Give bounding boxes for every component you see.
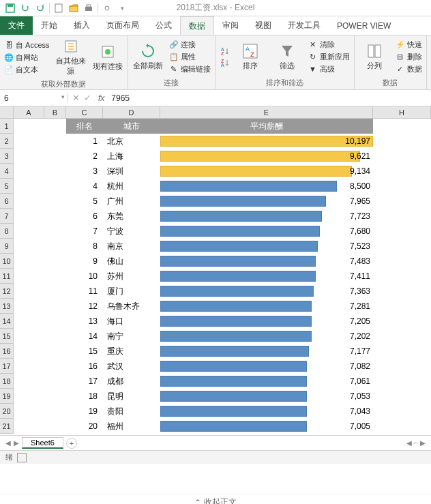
table-row[interactable]: 14 南宁 7,202 bbox=[14, 329, 431, 344]
scroll-right-icon[interactable]: ▶ bbox=[420, 439, 426, 447]
row-header[interactable]: 15 bbox=[0, 329, 14, 344]
table-row[interactable]: 3 深圳 9,134 bbox=[14, 164, 431, 179]
table-row[interactable]: 18 昆明 7,053 bbox=[14, 389, 431, 404]
row-header[interactable]: 11 bbox=[0, 269, 14, 284]
sort-desc-button[interactable]: ZA bbox=[218, 57, 231, 68]
row-header[interactable]: 19 bbox=[0, 389, 14, 404]
col-header[interactable]: H bbox=[373, 106, 431, 118]
row-header[interactable]: 14 bbox=[0, 314, 14, 329]
table-row[interactable]: 13 海口 7,205 bbox=[14, 314, 431, 329]
row-header[interactable]: 6 bbox=[0, 194, 14, 209]
row-header[interactable]: 1 bbox=[0, 119, 14, 134]
table-row[interactable]: 10 苏州 7,411 bbox=[14, 269, 431, 284]
data-validation-button[interactable]: ✓数据 bbox=[394, 63, 423, 75]
sort-asc-button[interactable]: AZ bbox=[218, 46, 231, 57]
row-header[interactable]: 12 bbox=[0, 284, 14, 299]
table-row[interactable]: 7 宁波 7,680 bbox=[14, 224, 431, 239]
from-text-button[interactable]: 📄自文本 bbox=[3, 64, 51, 76]
table-row[interactable]: 4 杭州 8,500 bbox=[14, 179, 431, 194]
cancel-formula-icon[interactable]: ✕ bbox=[72, 93, 80, 103]
row-header[interactable]: 5 bbox=[0, 179, 14, 194]
col-header[interactable]: D bbox=[103, 106, 160, 118]
properties-button[interactable]: 📋属性 bbox=[168, 51, 212, 63]
row-header[interactable]: 10 bbox=[0, 254, 14, 269]
tab-powerview[interactable]: POWER VIEW bbox=[329, 16, 399, 35]
filter-button[interactable]: 筛选 bbox=[270, 42, 304, 72]
from-access-button[interactable]: 🗄自 Access bbox=[3, 40, 51, 51]
connections-button[interactable]: 🔗连接 bbox=[168, 39, 212, 50]
row-header[interactable]: 8 bbox=[0, 224, 14, 239]
more-icon[interactable]: ▾ bbox=[115, 1, 129, 15]
existing-conn-button[interactable]: 现有连接 bbox=[91, 42, 125, 73]
tab-review[interactable]: 审阅 bbox=[214, 16, 247, 35]
tab-dev[interactable]: 开发工具 bbox=[280, 16, 329, 35]
accept-formula-icon[interactable]: ✓ bbox=[84, 93, 91, 103]
select-all-corner[interactable] bbox=[0, 106, 14, 118]
cells[interactable]: 排名 城市 平均薪酬 1 北京 10,197 2 上海 9,621 3 深圳 9… bbox=[14, 119, 431, 434]
table-row[interactable]: 19 贵阳 7,043 bbox=[14, 404, 431, 419]
table-row[interactable]: 16 武汉 7,082 bbox=[14, 359, 431, 374]
new-icon[interactable] bbox=[52, 1, 65, 15]
quickprint-icon[interactable] bbox=[82, 1, 95, 15]
col-header[interactable]: B bbox=[44, 106, 66, 118]
row-header[interactable]: 20 bbox=[0, 404, 14, 419]
col-header[interactable]: E bbox=[160, 106, 373, 118]
sheet-tab[interactable]: Sheet6 bbox=[22, 437, 63, 449]
table-row[interactable]: 15 重庆 7,177 bbox=[14, 344, 431, 359]
row-header[interactable]: 18 bbox=[0, 374, 14, 389]
remove-dup-button[interactable]: ⊟删除 bbox=[394, 51, 423, 63]
redo-icon[interactable] bbox=[33, 1, 47, 15]
row-header[interactable]: 21 bbox=[0, 419, 14, 434]
flash-fill-button[interactable]: ⚡快速 bbox=[394, 39, 423, 50]
table-row[interactable]: 2 上海 9,621 bbox=[14, 149, 431, 164]
table-row[interactable]: 9 佛山 7,483 bbox=[14, 254, 431, 269]
touch-mode-icon[interactable] bbox=[100, 1, 114, 15]
add-sheet-button[interactable]: + bbox=[66, 438, 77, 449]
from-other-button[interactable]: 自其他来源 bbox=[54, 37, 88, 78]
fx-icon[interactable]: fx bbox=[95, 93, 107, 103]
table-row[interactable]: 5 广州 7,965 bbox=[14, 194, 431, 209]
reapply-button[interactable]: ↻重新应用 bbox=[307, 51, 351, 63]
row-header[interactable]: 16 bbox=[0, 344, 14, 359]
sheet-nav-prev-icon[interactable]: ◀ bbox=[5, 439, 11, 447]
scroll-left-icon[interactable]: ◀ bbox=[406, 439, 412, 447]
row-header[interactable]: 7 bbox=[0, 209, 14, 224]
refresh-all-button[interactable]: 全部刷新 bbox=[131, 42, 165, 72]
clear-filter-button[interactable]: ✕清除 bbox=[307, 39, 351, 50]
tab-view[interactable]: 视图 bbox=[247, 16, 280, 35]
sheet-nav-next-icon[interactable]: ▶ bbox=[14, 439, 19, 447]
footer-bar[interactable]: ⌃ 收起正文 bbox=[0, 494, 431, 504]
macro-record-icon[interactable] bbox=[17, 453, 27, 462]
table-row[interactable]: 12 乌鲁木齐 7,281 bbox=[14, 299, 431, 314]
row-header[interactable]: 4 bbox=[0, 164, 14, 179]
tab-insert[interactable]: 插入 bbox=[65, 16, 98, 35]
table-row[interactable]: 11 厦门 7,363 bbox=[14, 284, 431, 299]
undo-icon[interactable] bbox=[18, 1, 32, 15]
edit-links-button[interactable]: ✎编辑链接 bbox=[168, 63, 212, 75]
row-header[interactable]: 9 bbox=[0, 239, 14, 254]
row-header[interactable]: 2 bbox=[0, 134, 14, 149]
col-header[interactable]: A bbox=[14, 106, 44, 118]
tab-file[interactable]: 文件 bbox=[0, 16, 33, 35]
table-row[interactable]: 17 成都 7,061 bbox=[14, 374, 431, 389]
table-row[interactable]: 20 福州 7,005 bbox=[14, 419, 431, 434]
from-web-button[interactable]: 🌐自网站 bbox=[3, 52, 51, 63]
row-header[interactable]: 13 bbox=[0, 299, 14, 314]
table-row[interactable]: 6 东莞 7,723 bbox=[14, 209, 431, 224]
table-row[interactable]: 8 南京 7,523 bbox=[14, 239, 431, 254]
text-to-columns-button[interactable]: 分列 bbox=[357, 42, 391, 72]
save-icon[interactable] bbox=[3, 1, 17, 15]
tab-layout[interactable]: 页面布局 bbox=[98, 16, 147, 35]
row-header[interactable]: 17 bbox=[0, 359, 14, 374]
table-row[interactable]: 1 北京 10,197 bbox=[14, 134, 431, 149]
sort-button[interactable]: AZ排序 bbox=[233, 42, 267, 72]
formula-input[interactable]: 7965 bbox=[107, 93, 431, 103]
tab-formulas[interactable]: 公式 bbox=[147, 16, 180, 35]
advanced-filter-button[interactable]: ▼高级 bbox=[307, 63, 351, 75]
open-icon[interactable] bbox=[67, 1, 80, 15]
tab-data[interactable]: 数据 bbox=[180, 16, 214, 35]
tab-home[interactable]: 开始 bbox=[33, 16, 65, 35]
name-box[interactable]: 6 bbox=[0, 93, 68, 103]
col-header[interactable]: C bbox=[66, 106, 103, 118]
row-header[interactable]: 3 bbox=[0, 149, 14, 164]
